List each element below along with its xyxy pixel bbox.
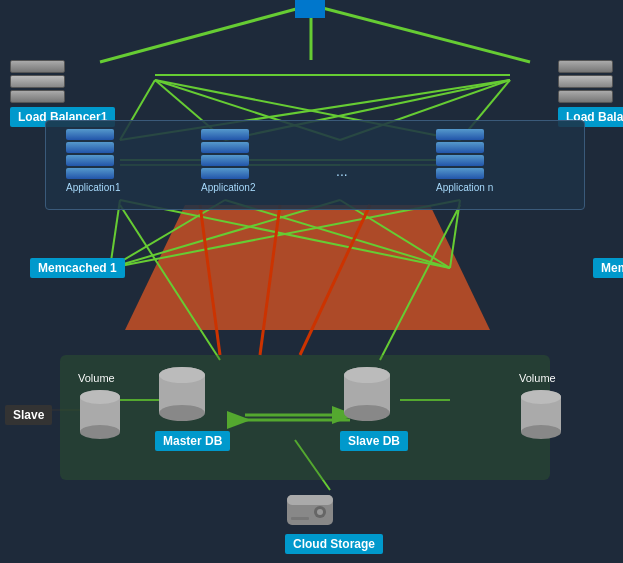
- master-db-group: Master DB: [155, 365, 210, 429]
- application1-group: Application1: [66, 129, 120, 193]
- volume2-group: Volume: [519, 372, 563, 446]
- svg-point-43: [159, 405, 205, 421]
- internet-box: [295, 0, 325, 18]
- memcached1-label: Memcached 1: [30, 258, 125, 278]
- applicationn-label: Application n: [436, 182, 493, 193]
- svg-point-51: [521, 425, 561, 439]
- svg-line-31: [260, 205, 280, 355]
- load-balancer1-group: Load Balancer1: [10, 60, 65, 107]
- cloud-storage-label: Cloud Storage: [285, 534, 383, 554]
- ellipsis: ···: [336, 166, 348, 182]
- svg-line-22: [110, 200, 340, 268]
- svg-point-56: [317, 509, 323, 515]
- application-section: Application1 Application2 ··· Applicatio…: [45, 120, 585, 210]
- master-db-label: Master DB: [155, 431, 230, 451]
- svg-point-48: [344, 367, 390, 383]
- svg-line-34: [380, 205, 460, 360]
- load-balancer2-group: Load Balancer 2: [558, 60, 613, 107]
- volume1-label: Volume: [78, 372, 122, 384]
- svg-rect-57: [291, 517, 309, 520]
- svg-line-19: [120, 200, 450, 268]
- svg-line-2: [311, 5, 530, 62]
- svg-line-1: [100, 5, 311, 62]
- volume1-group: Volume: [78, 372, 122, 446]
- svg-line-32: [300, 205, 370, 355]
- svg-line-30: [200, 205, 220, 355]
- volume2-label: Volume: [519, 372, 563, 384]
- application2-group: Application2: [201, 129, 255, 193]
- svg-line-23: [340, 200, 450, 268]
- svg-point-47: [344, 405, 390, 421]
- svg-point-39: [80, 425, 120, 439]
- svg-marker-17: [125, 205, 490, 330]
- memcached2-label: Memcached 2: [593, 258, 623, 278]
- svg-point-52: [521, 390, 561, 404]
- svg-point-40: [80, 390, 120, 404]
- svg-line-33: [120, 205, 220, 360]
- slave-db-label: Slave DB: [340, 431, 408, 451]
- architecture-diagram: Load Balancer1 Load Balancer 2 Applicati…: [0, 0, 623, 563]
- cloud-storage-group: Cloud Storage: [285, 490, 335, 534]
- application2-label: Application2: [201, 182, 255, 193]
- slave-db-group: Slave DB: [340, 365, 395, 429]
- db-section: [60, 355, 550, 480]
- application1-label: Application1: [66, 182, 120, 193]
- svg-line-20: [110, 200, 225, 268]
- applicationn-group: Application n: [436, 129, 493, 193]
- svg-line-24: [110, 200, 460, 268]
- svg-rect-54: [287, 495, 333, 505]
- svg-line-25: [450, 200, 460, 268]
- svg-point-44: [159, 367, 205, 383]
- svg-line-21: [225, 200, 450, 268]
